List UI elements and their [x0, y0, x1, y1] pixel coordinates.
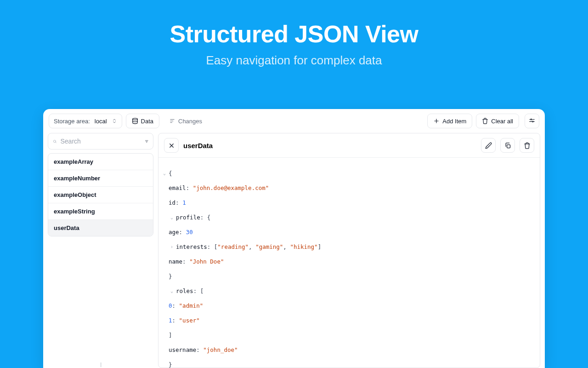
list-icon	[169, 118, 175, 124]
json-key: profile	[176, 214, 200, 221]
vertical-resizer[interactable]: ||	[48, 362, 153, 368]
json-string: "john_doe"	[203, 346, 237, 354]
json-index: 1	[169, 317, 172, 324]
search-box[interactable]	[48, 133, 153, 150]
chevron-right-icon[interactable]: ›	[169, 244, 175, 250]
json-key: username	[169, 346, 196, 354]
svg-line-11	[56, 142, 57, 143]
chevron-down-icon[interactable]: ⌄	[169, 215, 175, 221]
close-icon	[168, 142, 175, 149]
clear-all-button[interactable]: Clear all	[476, 114, 519, 128]
chevron-down-icon[interactable]: ⌄	[161, 171, 168, 177]
trash-icon	[482, 118, 488, 124]
json-number: 30	[186, 229, 193, 236]
list-item[interactable]: exampleArray	[48, 154, 153, 170]
filter-icon[interactable]	[145, 138, 149, 145]
toolbar: Storage area: local Data Changes Add Ite…	[43, 109, 545, 133]
json-string: "admin"	[179, 302, 204, 310]
keys-list: exampleArray exampleNumber exampleObject…	[48, 153, 153, 236]
svg-point-10	[53, 140, 56, 142]
json-string: "john.doe@example.com"	[193, 184, 269, 192]
json-key: email	[169, 184, 186, 192]
hero: Structured JSON View Easy navigation for…	[0, 0, 588, 68]
json-view[interactable]: ⌄{ email: "john.doe@example.com" id: 1 ⌄…	[158, 158, 540, 368]
chevrons-up-down-icon	[112, 118, 117, 124]
list-item[interactable]: exampleString	[48, 203, 153, 220]
storage-area-label: Storage area:	[54, 118, 90, 125]
search-input[interactable]	[61, 138, 141, 145]
json-number: 1	[182, 199, 186, 207]
settings-button[interactable]	[525, 114, 539, 128]
tab-changes-label: Changes	[178, 118, 202, 125]
copy-icon	[504, 142, 511, 149]
json-index: 0	[169, 302, 172, 310]
json-string: "hiking"	[290, 243, 317, 251]
delete-button[interactable]	[520, 138, 534, 153]
storage-area-select[interactable]: Storage area: local	[49, 114, 122, 128]
sidebar: exampleArray exampleNumber exampleObject…	[48, 133, 158, 368]
list-item[interactable]: exampleNumber	[48, 170, 153, 187]
app-panel: Storage area: local Data Changes Add Ite…	[43, 109, 545, 368]
plus-icon	[433, 118, 440, 124]
json-key: id	[169, 199, 175, 207]
svg-rect-17	[507, 144, 510, 148]
trash-icon	[524, 142, 531, 149]
list-item[interactable]: userData	[48, 220, 153, 236]
detail-pane: userData ⌄{ email: "john.doe@example.com…	[158, 133, 540, 368]
json-key: interests	[176, 243, 207, 251]
tab-data-label: Data	[141, 118, 153, 125]
json-string: "gaming"	[255, 243, 283, 251]
detail-header: userData	[158, 133, 540, 158]
chevron-down-icon[interactable]: ⌄	[169, 288, 175, 294]
add-item-button[interactable]: Add Item	[427, 114, 472, 128]
database-icon	[132, 118, 138, 124]
hero-subtitle: Easy navigation for complex data	[0, 53, 588, 68]
search-icon	[53, 138, 57, 145]
svg-point-7	[531, 119, 531, 120]
json-string: "John Doe"	[189, 258, 224, 265]
list-item[interactable]: exampleObject	[48, 187, 153, 203]
json-key: name	[169, 258, 182, 265]
content-body: exampleArray exampleNumber exampleObject…	[43, 133, 545, 368]
svg-point-0	[132, 118, 137, 120]
pencil-icon	[485, 142, 492, 149]
json-key: age	[169, 229, 179, 236]
copy-button[interactable]	[500, 138, 515, 153]
json-string: "user"	[179, 317, 200, 324]
json-string: "reading"	[217, 243, 249, 251]
json-key: roles	[176, 288, 193, 295]
tab-changes[interactable]: Changes	[163, 114, 208, 128]
storage-area-value: local	[95, 118, 107, 125]
svg-point-9	[532, 121, 533, 122]
sliders-icon	[529, 118, 535, 124]
detail-title: userData	[183, 142, 213, 150]
clear-all-label: Clear all	[491, 118, 513, 125]
close-button[interactable]	[164, 138, 179, 153]
hero-title: Structured JSON View	[0, 20, 588, 48]
add-item-label: Add Item	[442, 118, 466, 125]
tab-data[interactable]: Data	[126, 114, 159, 128]
edit-button[interactable]	[481, 138, 496, 153]
